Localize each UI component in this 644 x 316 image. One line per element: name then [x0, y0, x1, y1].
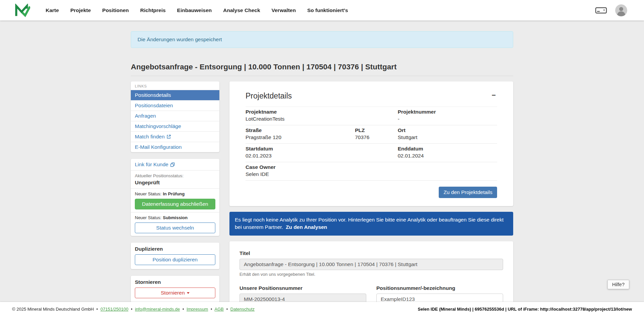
footer-left: © 2025 Mineral Minds Deutschland GmbH • … [12, 307, 255, 312]
customer-link[interactable]: Link für Kunde [135, 162, 175, 168]
sidebar-item-label: E-Mail Konfiguration [135, 144, 182, 150]
mineral-minds-logo[interactable] [15, 4, 30, 17]
datenerfassung-abschliessen-button[interactable]: Datenerfassung abschließen [135, 199, 215, 209]
navbar-right [595, 4, 627, 16]
collapse-minus-icon[interactable]: − [490, 91, 497, 99]
field-plz: PLZ 70376 [355, 127, 398, 140]
footer-agb-link[interactable]: AGB [215, 307, 224, 312]
next-status-line: Neuer Status:In Prüfung [135, 191, 215, 196]
positionsnummer-label: Unsere Positionsnummer [239, 285, 366, 291]
main-content: Projektdetails − Projektname LotCreation… [229, 81, 513, 316]
main-navigation: Karte Projekte Positionen Richtpreis Ein… [46, 7, 348, 13]
sidebar-item-email-konfiguration[interactable]: E-Mail Konfiguration [131, 142, 219, 152]
field-projektnummer: Projektnummer - [398, 109, 497, 122]
logo-icon [15, 4, 30, 17]
table-row: Projektname LotCreationTests Projektnumm… [246, 107, 497, 125]
links-card: LINKS Positionsdetails Positionsdateien … [131, 81, 219, 152]
stornieren-button-label: Stornieren [161, 290, 185, 296]
sidebar-item-matchingvorschlaege[interactable]: Matchingvorschläge [131, 121, 219, 131]
sidebar-item-label: Match finden [135, 134, 165, 140]
next-status-line: Neuer Status:Submission [135, 215, 215, 220]
stornieren-dropdown-button[interactable]: Stornieren [135, 288, 215, 298]
sidebar-item-match-finden[interactable]: Match finden [131, 131, 219, 142]
zu-den-analysen-link[interactable]: Zu den Analysen [286, 224, 327, 230]
status-wechseln-button[interactable]: Status wechseln [135, 223, 215, 233]
next-status-label: Neuer Status: [135, 191, 162, 196]
sidebar-item-label: Matchingvorschläge [135, 123, 181, 129]
sidebar-item-anfragen[interactable]: Anfragen [131, 111, 219, 121]
copy-icon [170, 163, 175, 167]
titel-label: Titel [239, 250, 503, 256]
footer-separator: • [96, 307, 98, 312]
caret-down-icon [187, 292, 190, 294]
project-details-card: Projektdetails − Projektname LotCreation… [229, 81, 513, 206]
nav-item-positionen[interactable]: Positionen [102, 7, 129, 13]
nav-item-karte[interactable]: Karte [46, 7, 59, 13]
person-icon [615, 4, 627, 16]
current-status-value: Ungeprüft [135, 180, 215, 186]
field-enddatum: Enddatum 02.01.2024 [398, 146, 497, 159]
page-body: Die Änderungen wurden gespeichert Angebo… [0, 0, 644, 316]
footer-datenschutz-link[interactable]: Datenschutz [230, 307, 255, 312]
titel-group: Titel Erhält den von uns vorgegebenen Ti… [239, 250, 503, 277]
help-button[interactable]: Hilfe? [607, 280, 629, 289]
field-ort: Ort Stuttgart [398, 127, 497, 140]
duplicate-card: Duplizieren Position duplizieren [131, 243, 219, 269]
footer: © 2025 Mineral Minds Deutschland GmbH • … [0, 302, 644, 316]
table-row: Case Owner Selen IDE [246, 162, 497, 181]
table-row: Straße Pragstraße 120 PLZ 70376 Ort Stut… [246, 125, 497, 144]
nav-item-analyse-check[interactable]: Analyse Check [223, 7, 260, 13]
next-status-value: In Prüfung [163, 191, 185, 196]
footer-user: Selen IDE (Mineral Minds) [418, 307, 471, 312]
sidebar: LINKS Positionsdetails Positionsdateien … [131, 81, 219, 309]
titel-help: Erhält den von uns vorgegebenen Titel. [239, 272, 503, 277]
user-avatar[interactable] [615, 4, 627, 16]
table-row: Startdatum 02.01.2023 Enddatum 02.01.202… [246, 144, 497, 162]
footer-separator: • [226, 307, 228, 312]
external-link-icon [167, 135, 171, 139]
footer-email-link[interactable]: info@mineral-minds.de [135, 307, 180, 312]
footer-session-info: Selen IDE (Mineral Minds) | 69576255536d… [418, 307, 632, 312]
analytics-banner-text: Es liegt noch keine Analytik zu Ihrer Po… [235, 217, 503, 230]
field-case-owner: Case Owner Selen IDE [246, 164, 355, 177]
sidebar-item-label: Positionsdateien [135, 103, 173, 109]
sidebar-item-label: Anfragen [135, 113, 156, 119]
analytics-banner: Es liegt noch keine Analytik zu Ihrer Po… [229, 212, 513, 236]
cancel-card-title: Stornieren [135, 279, 215, 285]
titel-input[interactable] [239, 259, 503, 270]
nav-item-verwalten[interactable]: Verwalten [272, 7, 296, 13]
alert-message: Die Änderungen wurden gespeichert [138, 37, 222, 42]
duplicate-card-title: Duplizieren [135, 246, 215, 252]
status-card: Link für Kunde Aktueller Positionsstatus… [131, 159, 219, 236]
project-details-title: Projektdetails [246, 91, 292, 101]
nav-item-einbauweisen[interactable]: Einbauweisen [177, 7, 212, 13]
next-status-label: Neuer Status: [135, 215, 162, 220]
sidebar-item-positionsdetails[interactable]: Positionsdetails [131, 90, 219, 100]
position-duplizieren-button[interactable]: Position duplizieren [135, 254, 215, 265]
nav-item-so-funktionierts[interactable]: So funktioniert's [307, 7, 348, 13]
top-navbar: Karte Projekte Positionen Richtpreis Ein… [0, 0, 644, 20]
sidebar-item-positionsdateien[interactable]: Positionsdateien [131, 100, 219, 111]
page-title: Angebotsanfrage - Entsorgung | 10.000 To… [131, 63, 513, 76]
footer-separator: • [182, 307, 184, 312]
current-status-label: Aktueller Positionsstatus: [135, 173, 215, 178]
zu-den-projektdetails-button[interactable]: Zu den Projektdetails [439, 187, 497, 198]
footer-separator: • [211, 307, 212, 312]
customer-link-label: Link für Kunde [135, 162, 168, 168]
cancel-card: Stornieren Stornieren [131, 276, 219, 302]
footer-phone-link[interactable]: 07151/250100 [101, 307, 128, 312]
links-header: LINKS [131, 81, 219, 90]
footer-impressum-link[interactable]: Impressum [186, 307, 208, 312]
footer-session-details: | 69576255536d | URL of iFrame: http://l… [471, 307, 632, 312]
field-strasse: Straße Pragstraße 120 [246, 127, 355, 140]
nav-item-projekte[interactable]: Projekte [70, 7, 91, 13]
next-status-value: Submission [163, 215, 188, 220]
hdd-icon[interactable] [595, 6, 607, 15]
footer-separator: • [131, 307, 132, 312]
sidebar-item-label: Positionsdetails [135, 92, 171, 98]
project-details-table: Projektname LotCreationTests Projektnumm… [246, 107, 497, 181]
nav-item-richtpreis[interactable]: Richtpreis [140, 7, 166, 13]
success-alert: Die Änderungen wurden gespeichert [131, 31, 513, 48]
copyright-text: © 2025 Mineral Minds Deutschland GmbH [12, 307, 94, 312]
field-startdatum: Startdatum 02.01.2023 [246, 146, 355, 159]
